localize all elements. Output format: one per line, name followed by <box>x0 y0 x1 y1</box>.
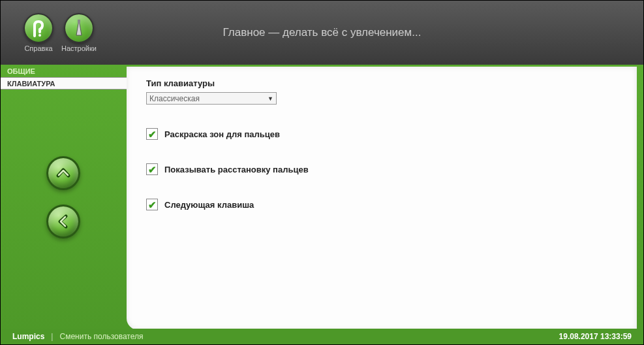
checkbox-finger-placement-label: Показывать расстановку пальцев <box>164 165 309 174</box>
footer-username: Lumpics <box>12 332 44 341</box>
settings-label: Настройки <box>61 44 97 52</box>
nav-up-button[interactable] <box>46 156 80 190</box>
header-bar: Справка Настройки Главное — делать всё с… <box>1 1 643 65</box>
change-user-link[interactable]: Сменить пользователя <box>59 332 143 341</box>
keyboard-type-label: Тип клавиатуры <box>146 78 617 88</box>
keyboard-type-dropdown[interactable]: Классическая ▼ <box>146 92 277 105</box>
help-icon <box>23 13 54 43</box>
check-icon: ✔ <box>148 200 157 210</box>
footer-bar: Lumpics | Сменить пользователя 19.08.201… <box>1 329 643 344</box>
checkbox-finger-zones-label: Раскраска зон для пальцев <box>164 129 280 139</box>
chevron-left-icon <box>55 213 72 230</box>
content-panel: Тип клавиатуры Классическая ▼ ✔ Раскраск… <box>127 67 637 330</box>
chevron-down-icon: ▼ <box>268 95 273 102</box>
help-label: Справка <box>24 44 52 52</box>
checkbox-finger-placement[interactable]: ✔ <box>146 163 158 175</box>
checkbox-finger-zones[interactable]: ✔ <box>146 128 158 140</box>
settings-button[interactable]: Настройки <box>61 13 97 52</box>
footer-datetime: 19.08.2017 13:33:59 <box>559 332 632 341</box>
sidebar: ОБЩИЕ КЛАВИАТУРА <box>1 65 127 344</box>
help-button[interactable]: Справка <box>23 13 54 52</box>
check-icon: ✔ <box>148 129 157 139</box>
tab-keyboard[interactable]: КЛАВИАТУРА <box>1 77 127 90</box>
checkbox-next-key[interactable]: ✔ <box>146 199 158 210</box>
nav-back-button[interactable] <box>46 205 80 238</box>
chevron-up-icon <box>55 165 72 182</box>
header-title: Главное — делать всё с увлечением... <box>1 26 643 39</box>
dropdown-value: Классическая <box>149 94 200 103</box>
settings-icon <box>64 13 94 43</box>
footer-separator: | <box>51 332 53 341</box>
checkbox-next-key-label: Следующая клавиша <box>164 200 254 210</box>
check-icon: ✔ <box>148 165 157 174</box>
tab-general[interactable]: ОБЩИЕ <box>1 65 127 77</box>
svg-point-0 <box>38 34 41 37</box>
svg-rect-1 <box>78 20 80 24</box>
